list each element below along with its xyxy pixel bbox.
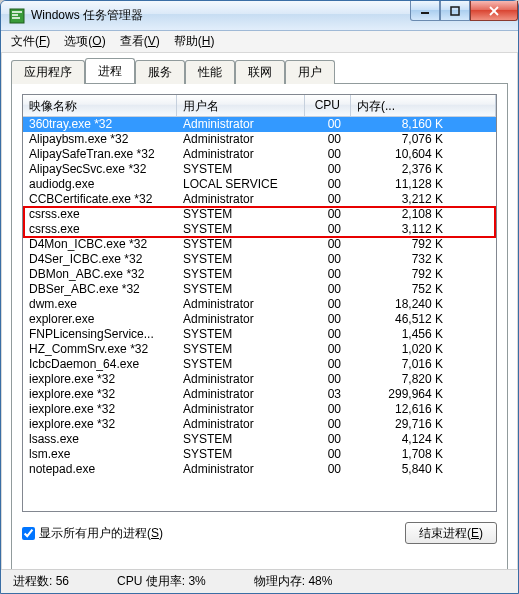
- cell-cpu: 00: [305, 447, 351, 462]
- titlebar[interactable]: Windows 任务管理器: [1, 1, 518, 31]
- window-buttons: [410, 1, 518, 30]
- cell-image: iexplore.exe *32: [23, 402, 177, 417]
- table-row[interactable]: CCBCertificate.exe *32Administrator003,2…: [23, 192, 496, 207]
- tab-services[interactable]: 服务: [135, 60, 185, 84]
- tab-proc[interactable]: 进程: [85, 58, 135, 83]
- table-row[interactable]: IcbcDaemon_64.exeSYSTEM007,016 K: [23, 357, 496, 372]
- cell-user: Administrator: [177, 372, 305, 387]
- table-row[interactable]: FNPLicensingService...SYSTEM001,456 K: [23, 327, 496, 342]
- table-row[interactable]: dwm.exeAdministrator0018,240 K: [23, 297, 496, 312]
- cell-user: SYSTEM: [177, 237, 305, 252]
- cell-mem: 792 K: [351, 237, 447, 252]
- menu-help[interactable]: 帮助(H): [174, 33, 215, 50]
- cell-cpu: 00: [305, 267, 351, 282]
- col-user[interactable]: 用户名: [177, 95, 305, 116]
- cell-cpu: 00: [305, 282, 351, 297]
- cell-image: iexplore.exe *32: [23, 417, 177, 432]
- cell-user: SYSTEM: [177, 357, 305, 372]
- cell-image: iexplore.exe *32: [23, 372, 177, 387]
- table-row[interactable]: DBSer_ABC.exe *32SYSTEM00752 K: [23, 282, 496, 297]
- cell-cpu: 00: [305, 357, 351, 372]
- cell-cpu: 00: [305, 462, 351, 477]
- cell-image: lsm.exe: [23, 447, 177, 462]
- tabstrip: 应用程序进程服务性能联网用户: [11, 59, 508, 83]
- menu-file[interactable]: 文件(F): [11, 33, 50, 50]
- cell-mem: 732 K: [351, 252, 447, 267]
- window-title: Windows 任务管理器: [31, 7, 410, 24]
- cell-user: Administrator: [177, 417, 305, 432]
- cell-image: CCBCertificate.exe *32: [23, 192, 177, 207]
- status-cpu-usage: CPU 使用率: 3%: [117, 573, 206, 590]
- cell-cpu: 00: [305, 237, 351, 252]
- close-button[interactable]: [470, 1, 518, 21]
- tab-apps[interactable]: 应用程序: [11, 60, 85, 84]
- statusbar: 进程数: 56 CPU 使用率: 3% 物理内存: 48%: [1, 569, 518, 593]
- table-row[interactable]: audiodg.exeLOCAL SERVICE0011,128 K: [23, 177, 496, 192]
- show-all-users-input[interactable]: [22, 527, 35, 540]
- svg-rect-2: [12, 14, 18, 16]
- cell-image: csrss.exe: [23, 207, 177, 222]
- table-row[interactable]: D4Mon_ICBC.exe *32SYSTEM00792 K: [23, 237, 496, 252]
- table-row[interactable]: notepad.exeAdministrator005,840 K: [23, 462, 496, 477]
- cell-user: SYSTEM: [177, 162, 305, 177]
- table-row[interactable]: iexplore.exe *32Administrator0029,716 K: [23, 417, 496, 432]
- menu-options[interactable]: 选项(O): [64, 33, 105, 50]
- menubar: 文件(F) 选项(O) 查看(V) 帮助(H): [1, 31, 518, 53]
- cell-user: SYSTEM: [177, 282, 305, 297]
- cell-mem: 752 K: [351, 282, 447, 297]
- menu-view[interactable]: 查看(V): [120, 33, 160, 50]
- process-rows[interactable]: 360tray.exe *32Administrator008,160 KAli…: [23, 117, 496, 511]
- minimize-button[interactable]: [410, 1, 440, 21]
- column-headers: 映像名称 用户名 CPU 内存(...: [23, 95, 496, 117]
- show-all-users-checkbox[interactable]: 显示所有用户的进程(S): [22, 525, 163, 542]
- maximize-button[interactable]: [440, 1, 470, 21]
- tab-net[interactable]: 联网: [235, 60, 285, 84]
- cell-user: SYSTEM: [177, 342, 305, 357]
- tab-perf[interactable]: 性能: [185, 60, 235, 84]
- status-mem-usage: 物理内存: 48%: [254, 573, 333, 590]
- cell-image: audiodg.exe: [23, 177, 177, 192]
- table-row[interactable]: lsass.exeSYSTEM004,124 K: [23, 432, 496, 447]
- cell-user: SYSTEM: [177, 252, 305, 267]
- table-row[interactable]: csrss.exeSYSTEM003,112 K: [23, 222, 496, 237]
- table-row[interactable]: D4Ser_ICBC.exe *32SYSTEM00732 K: [23, 252, 496, 267]
- table-row[interactable]: iexplore.exe *32Administrator007,820 K: [23, 372, 496, 387]
- cell-user: SYSTEM: [177, 267, 305, 282]
- cell-user: SYSTEM: [177, 207, 305, 222]
- cell-cpu: 00: [305, 207, 351, 222]
- tab-users[interactable]: 用户: [285, 60, 335, 84]
- cell-cpu: 00: [305, 192, 351, 207]
- content-area: 应用程序进程服务性能联网用户 映像名称 用户名 CPU 内存(... 360tr…: [1, 53, 518, 573]
- table-row[interactable]: HZ_CommSrv.exe *32SYSTEM001,020 K: [23, 342, 496, 357]
- end-process-button[interactable]: 结束进程(E): [405, 522, 497, 544]
- svg-rect-3: [12, 17, 20, 19]
- cell-mem: 18,240 K: [351, 297, 447, 312]
- cell-user: Administrator: [177, 462, 305, 477]
- table-row[interactable]: Alipaybsm.exe *32Administrator007,076 K: [23, 132, 496, 147]
- cell-image: csrss.exe: [23, 222, 177, 237]
- col-mem[interactable]: 内存(...: [351, 95, 496, 116]
- table-row[interactable]: DBMon_ABC.exe *32SYSTEM00792 K: [23, 267, 496, 282]
- cell-mem: 12,616 K: [351, 402, 447, 417]
- cell-mem: 29,716 K: [351, 417, 447, 432]
- table-row[interactable]: csrss.exeSYSTEM002,108 K: [23, 207, 496, 222]
- cell-user: Administrator: [177, 387, 305, 402]
- cell-mem: 1,020 K: [351, 342, 447, 357]
- col-cpu[interactable]: CPU: [305, 95, 351, 116]
- status-process-count: 进程数: 56: [13, 573, 69, 590]
- cell-mem: 5,840 K: [351, 462, 447, 477]
- table-row[interactable]: lsm.exeSYSTEM001,708 K: [23, 447, 496, 462]
- table-row[interactable]: explorer.exeAdministrator0046,512 K: [23, 312, 496, 327]
- table-row[interactable]: 360tray.exe *32Administrator008,160 K: [23, 117, 496, 132]
- col-image[interactable]: 映像名称: [23, 95, 177, 116]
- table-row[interactable]: AlipaySecSvc.exe *32SYSTEM002,376 K: [23, 162, 496, 177]
- cell-user: Administrator: [177, 147, 305, 162]
- cell-mem: 299,964 K: [351, 387, 447, 402]
- cell-mem: 3,212 K: [351, 192, 447, 207]
- table-row[interactable]: AlipaySafeTran.exe *32Administrator0010,…: [23, 147, 496, 162]
- table-row[interactable]: iexplore.exe *32Administrator03299,964 K: [23, 387, 496, 402]
- cell-mem: 3,112 K: [351, 222, 447, 237]
- cell-mem: 7,076 K: [351, 132, 447, 147]
- cell-mem: 10,604 K: [351, 147, 447, 162]
- table-row[interactable]: iexplore.exe *32Administrator0012,616 K: [23, 402, 496, 417]
